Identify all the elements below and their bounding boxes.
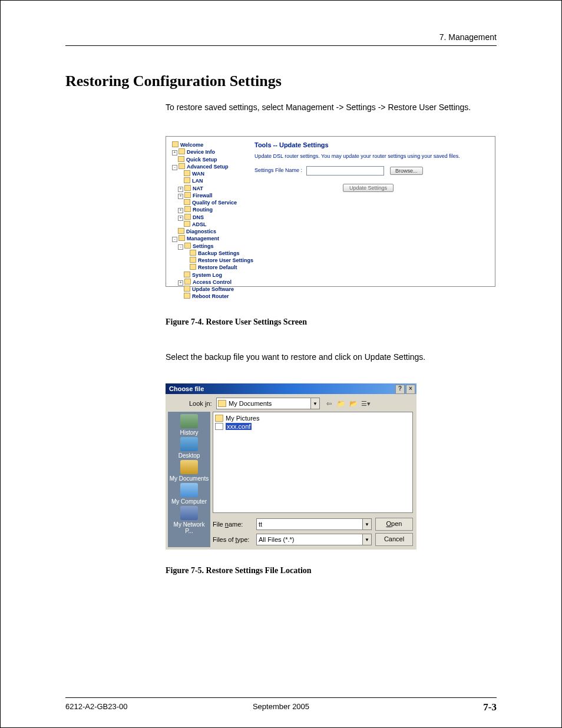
dropdown-arrow-icon[interactable]: ▼ bbox=[362, 534, 371, 545]
tree-restore-user-settings[interactable]: Restore User Settings bbox=[172, 257, 254, 264]
tree-reboot-router[interactable]: Reboot Router bbox=[172, 293, 254, 300]
tree-diagnostics-label: Diagnostics bbox=[186, 229, 216, 234]
cancel-button[interactable]: Cancel bbox=[375, 533, 413, 546]
place-mynetwork[interactable]: My Network P... bbox=[169, 506, 209, 534]
file-item-mypictures[interactable]: My Pictures bbox=[215, 414, 411, 422]
tree-device-info-label: Device Info bbox=[187, 149, 215, 155]
dropdown-arrow-icon[interactable]: ▼ bbox=[362, 519, 371, 530]
tree-dns[interactable]: +DNS bbox=[172, 214, 254, 221]
filename-input[interactable]: tt ▼ bbox=[256, 518, 372, 530]
tree-quick-setup[interactable]: Quick Setup bbox=[172, 156, 254, 163]
tree-restore-user-label: Restore User Settings bbox=[198, 257, 253, 263]
tree-expand-icon[interactable]: + bbox=[172, 150, 177, 155]
tree-nat[interactable]: +NAT bbox=[172, 185, 254, 192]
tree-management-label: Management bbox=[187, 236, 219, 241]
folder-icon bbox=[178, 148, 185, 154]
tree-qos[interactable]: Quality of Service bbox=[172, 199, 254, 206]
tree-restore-default[interactable]: Restore Default bbox=[172, 264, 254, 271]
tree-backup-settings[interactable]: Backup Settings bbox=[172, 250, 254, 257]
lookin-value: My Documents bbox=[229, 400, 272, 407]
tree-dns-label: DNS bbox=[193, 214, 204, 220]
folder-icon bbox=[218, 400, 226, 407]
tree-nat-label: NAT bbox=[193, 186, 203, 191]
figure-choose-file-dialog: Choose file ? × Look in: My Documents ▼ … bbox=[166, 383, 416, 550]
filetype-select[interactable]: All Files (*.*) ▼ bbox=[256, 534, 372, 545]
folder-icon bbox=[184, 243, 191, 249]
figure-7-4-caption: Figure 7-4. Restore User Settings Screen bbox=[166, 317, 307, 327]
place-mycomputer[interactable]: My Computer bbox=[169, 483, 209, 505]
tree-access-control[interactable]: +Access Control bbox=[172, 279, 254, 286]
tree-lan[interactable]: LAN bbox=[172, 177, 254, 184]
filename-row: File name: tt ▼ Open bbox=[213, 518, 413, 531]
tree-expand-icon[interactable]: + bbox=[178, 280, 183, 286]
tree-update-software-label: Update Software bbox=[192, 286, 234, 292]
tree-collapse-icon[interactable]: - bbox=[172, 165, 177, 170]
folder-icon bbox=[184, 192, 191, 198]
open-button[interactable]: Open bbox=[375, 518, 413, 531]
settings-file-input[interactable] bbox=[306, 166, 384, 176]
tree-collapse-icon[interactable]: - bbox=[178, 244, 183, 250]
folder-icon bbox=[184, 272, 190, 277]
tree-management[interactable]: -Management bbox=[172, 235, 254, 242]
tree-advanced-setup[interactable]: -Advanced Setup bbox=[172, 163, 254, 170]
folder-icon bbox=[184, 170, 190, 176]
back-icon[interactable]: ⇦ bbox=[323, 398, 334, 409]
tree-wan[interactable]: WAN bbox=[172, 170, 254, 177]
folder-icon bbox=[184, 286, 190, 292]
place-history[interactable]: History bbox=[169, 414, 209, 436]
tree-backup-label: Backup Settings bbox=[198, 250, 240, 256]
places-bar: History Desktop My Documents My Computer… bbox=[168, 412, 210, 547]
panel-description: Update DSL router settings. You may upda… bbox=[254, 153, 490, 159]
folder-icon bbox=[178, 228, 184, 234]
update-settings-button[interactable]: Update Settings bbox=[343, 184, 394, 192]
lookin-row: Look in: My Documents ▼ ⇦ 📁 📂 ☰▾ bbox=[189, 398, 413, 409]
help-button[interactable]: ? bbox=[395, 385, 405, 394]
tree-routing[interactable]: +Routing bbox=[172, 206, 254, 213]
folder-icon bbox=[184, 293, 190, 299]
tree-access-control-label: Access Control bbox=[193, 279, 232, 285]
folder-icon bbox=[178, 163, 185, 169]
folder-icon bbox=[215, 415, 223, 422]
tree-restore-default-label: Restore Default bbox=[198, 264, 237, 270]
tree-update-software[interactable]: Update Software bbox=[172, 286, 254, 293]
file-item-label: xxx.conf bbox=[227, 423, 250, 430]
views-icon[interactable]: ☰▾ bbox=[361, 398, 371, 409]
desktop-icon bbox=[180, 437, 198, 451]
tree-expand-icon[interactable]: + bbox=[178, 208, 183, 213]
tree-expand-icon[interactable]: + bbox=[178, 194, 183, 199]
folder-icon bbox=[184, 279, 191, 284]
dialog-titlebar[interactable]: Choose file ? × bbox=[166, 383, 416, 394]
select-paragraph: Select the backup file you want to resto… bbox=[166, 352, 479, 363]
new-folder-icon[interactable]: 📂 bbox=[348, 398, 359, 409]
tree-welcome-label: Welcome bbox=[180, 142, 203, 148]
file-item-xxxconf[interactable]: xxx.conf bbox=[215, 422, 411, 431]
tree-welcome[interactable]: Welcome bbox=[172, 141, 254, 148]
tree-expand-icon[interactable]: + bbox=[178, 187, 183, 192]
tree-settings[interactable]: -Settings bbox=[172, 243, 254, 250]
place-desktop[interactable]: Desktop bbox=[169, 437, 209, 459]
close-button[interactable]: × bbox=[406, 385, 415, 394]
filetype-row: Files of type: All Files (*.*) ▼ Cancel bbox=[213, 533, 413, 546]
tree-firewall[interactable]: +Firewall bbox=[172, 192, 254, 199]
lookin-select[interactable]: My Documents ▼ bbox=[216, 398, 320, 409]
tree-expand-icon[interactable]: + bbox=[178, 216, 183, 221]
tree-adsl[interactable]: ADSL bbox=[172, 221, 254, 228]
file-item-label: My Pictures bbox=[226, 415, 259, 422]
folder-icon bbox=[178, 235, 185, 241]
dropdown-arrow-icon[interactable]: ▼ bbox=[310, 398, 319, 409]
folder-icon bbox=[184, 177, 190, 183]
tree-diagnostics[interactable]: Diagnostics bbox=[172, 228, 254, 235]
browse-button[interactable]: Browse... bbox=[390, 167, 423, 175]
tree-collapse-icon[interactable]: - bbox=[172, 237, 177, 242]
up-folder-icon[interactable]: 📁 bbox=[336, 398, 346, 409]
filename-label: File name: bbox=[213, 521, 253, 528]
place-mydocuments[interactable]: My Documents bbox=[169, 460, 209, 482]
tree-device-info[interactable]: +Device Info bbox=[172, 148, 254, 155]
tree-system-log[interactable]: System Log bbox=[172, 272, 254, 279]
settings-file-row: Settings File Name : Browse... bbox=[254, 166, 490, 176]
history-icon bbox=[180, 414, 198, 428]
folder-icon bbox=[184, 206, 191, 212]
tree-quick-setup-label: Quick Setup bbox=[186, 157, 217, 163]
dialog-title: Choose file bbox=[169, 385, 204, 392]
file-list[interactable]: My Pictures xxx.conf bbox=[213, 412, 413, 513]
